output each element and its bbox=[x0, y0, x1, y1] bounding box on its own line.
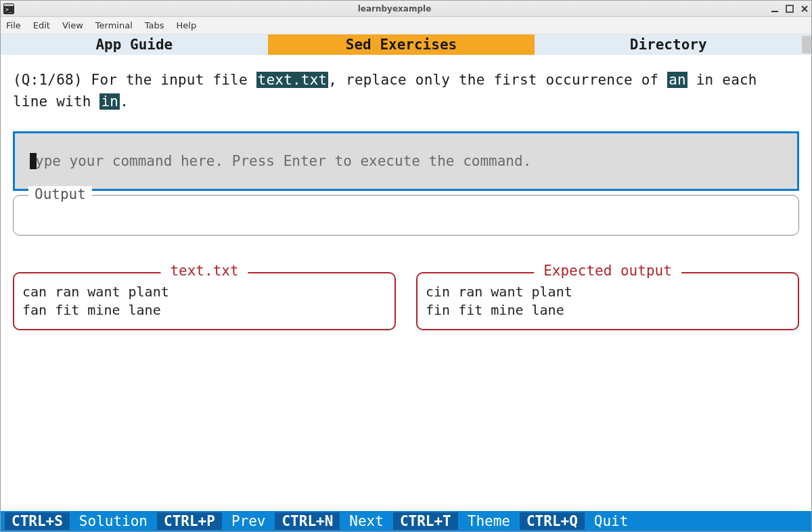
shortcut-key-solution[interactable]: CTRL+S bbox=[5, 512, 70, 530]
question-prefix: (Q:1/68) For the input file bbox=[13, 72, 256, 88]
shortcut-label-theme[interactable]: Theme bbox=[458, 513, 520, 529]
file-panels: text.txt can ran want plant fan fit mine… bbox=[13, 272, 799, 330]
scrollbar-thumb[interactable] bbox=[802, 36, 811, 53]
shortcut-key-next[interactable]: CTRL+N bbox=[275, 512, 340, 530]
window-titlebar[interactable]: >_ learnbyexample bbox=[1, 1, 811, 17]
question-target: an bbox=[667, 72, 687, 88]
tab-sed-exercises[interactable]: Sed Exercises bbox=[268, 35, 535, 55]
shortcut-key-quit[interactable]: CTRL+Q bbox=[520, 512, 585, 530]
expected-output-panel: Expected output cin ran want plant fin f… bbox=[416, 272, 799, 330]
footer-shortcuts: CTRL+S Solution CTRL+P Prev CTRL+N Next … bbox=[1, 511, 811, 531]
command-input-placeholder: ype your command here. Press Enter to ex… bbox=[35, 153, 531, 169]
command-input[interactable]: ype your command here. Press Enter to ex… bbox=[13, 131, 799, 191]
shortcut-label-solution[interactable]: Solution bbox=[70, 513, 157, 529]
window-minimize-button[interactable] bbox=[771, 5, 779, 13]
tabs-scrollbar[interactable] bbox=[802, 35, 811, 55]
menu-view[interactable]: View bbox=[62, 20, 83, 30]
shortcut-key-prev[interactable]: CTRL+P bbox=[157, 512, 222, 530]
window-title: learnbyexample bbox=[18, 4, 771, 14]
svg-rect-3 bbox=[771, 11, 778, 12]
question-mid1: , replace only the first occurrence of bbox=[328, 72, 667, 88]
terminal-icon: >_ bbox=[3, 3, 14, 14]
menu-terminal[interactable]: Terminal bbox=[95, 20, 133, 30]
expected-output-lines: cin ran want plant fin fit mine lane bbox=[426, 283, 790, 319]
question-suffix: . bbox=[120, 93, 129, 110]
input-file-panel: text.txt can ran want plant fan fit mine… bbox=[13, 272, 396, 330]
menu-help[interactable]: Help bbox=[177, 20, 197, 30]
svg-rect-1 bbox=[4, 4, 14, 6]
menu-file[interactable]: File bbox=[6, 20, 21, 30]
input-file-lines: can ran want plant fan fit mine lane bbox=[22, 283, 386, 319]
shortcut-key-theme[interactable]: CTRL+T bbox=[393, 512, 458, 530]
menu-bar: File Edit View Terminal Tabs Help bbox=[1, 17, 811, 35]
expected-output-title: Expected output bbox=[534, 263, 681, 279]
input-file-title: text.txt bbox=[160, 263, 248, 279]
output-box: Output bbox=[13, 195, 799, 236]
app-content: App Guide Sed Exercises Directory (Q:1/6… bbox=[1, 35, 811, 531]
shortcut-label-quit[interactable]: Quit bbox=[585, 513, 638, 529]
question-text: (Q:1/68) For the input file text.txt, re… bbox=[13, 70, 799, 112]
window-maximize-button[interactable] bbox=[786, 5, 794, 13]
question-filename: text.txt bbox=[256, 72, 329, 88]
tab-app-guide[interactable]: App Guide bbox=[1, 35, 268, 55]
tab-directory[interactable]: Directory bbox=[535, 35, 802, 55]
tabs-row: App Guide Sed Exercises Directory bbox=[1, 35, 811, 55]
menu-edit[interactable]: Edit bbox=[33, 20, 50, 30]
question-replacement: in bbox=[99, 93, 120, 110]
shortcut-label-next[interactable]: Next bbox=[340, 513, 393, 529]
menu-tabs[interactable]: Tabs bbox=[145, 20, 164, 30]
svg-text:>_: >_ bbox=[5, 7, 12, 13]
svg-rect-4 bbox=[786, 5, 793, 12]
app-window: >_ learnbyexample File Edit View Termina… bbox=[0, 0, 812, 532]
shortcut-label-prev[interactable]: Prev bbox=[222, 513, 275, 529]
output-label: Output bbox=[28, 186, 92, 202]
exercise-body: (Q:1/68) For the input file text.txt, re… bbox=[1, 55, 811, 511]
output-text bbox=[14, 196, 798, 209]
window-close-button[interactable] bbox=[800, 5, 809, 13]
